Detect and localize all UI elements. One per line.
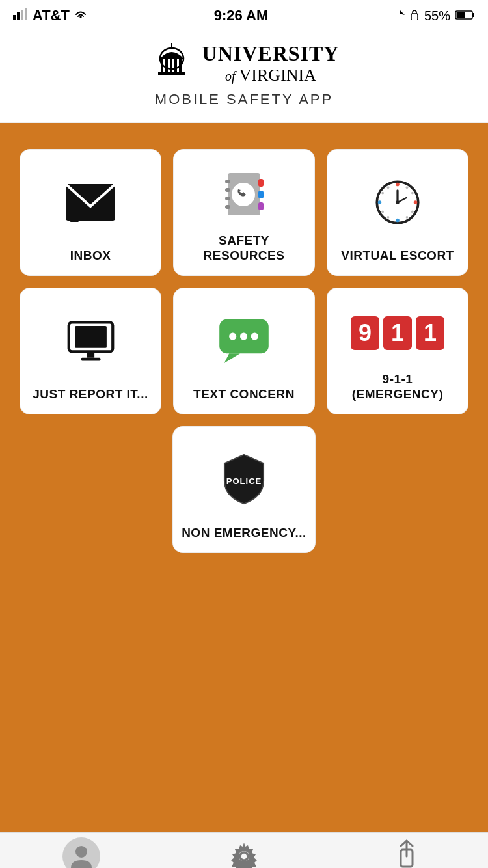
svg-rect-14	[158, 72, 185, 75]
tab-bar: My Account Settings Share	[0, 832, 488, 868]
wifi-icon	[74, 7, 88, 24]
clock-icon	[375, 165, 420, 239]
emergency-label: 9-1-1 (EMERGENCY)	[335, 372, 460, 403]
main-grid-bottom: POLICE NON EMERGENCY...	[20, 426, 468, 553]
status-bar: AT&T 9:26 AM 55%	[0, 0, 488, 29]
chat-bubble-icon	[218, 304, 270, 377]
tab-settings[interactable]: Settings	[163, 837, 325, 869]
svg-rect-0	[13, 15, 16, 20]
svg-rect-1	[17, 12, 20, 20]
svg-point-35	[381, 191, 384, 194]
svg-rect-22	[225, 205, 230, 209]
status-time: 9:26 AM	[214, 7, 269, 24]
svg-rect-7	[456, 12, 465, 18]
non-emergency-label: NON EMERGENCY...	[182, 525, 306, 541]
settings-gear-icon	[225, 837, 263, 869]
svg-point-42	[396, 200, 400, 204]
virtual-escort-button[interactable]: VIRTUAL ESCORT	[327, 149, 468, 276]
emergency-911-icon: 9 1 1	[351, 304, 444, 362]
text-concern-button[interactable]: TEXT CONCERN	[173, 288, 315, 414]
svg-rect-4	[411, 14, 418, 20]
svg-point-30	[378, 200, 382, 204]
svg-rect-20	[225, 188, 230, 192]
tab-my-account[interactable]: My Account	[0, 837, 163, 869]
status-right: 55%	[394, 8, 475, 23]
svg-rect-6	[472, 13, 474, 17]
svg-point-33	[387, 186, 390, 189]
safety-resources-button[interactable]: SAFETY RESOURCES	[173, 149, 315, 276]
svg-rect-44	[75, 326, 107, 348]
main-grid-row1: INBOX	[20, 149, 468, 276]
main-grid-row2: JUST REPORT IT... TEXT CONCERN 9	[20, 288, 468, 414]
phonebook-icon	[221, 165, 267, 224]
svg-point-53	[75, 846, 87, 858]
university-logo-icon	[149, 40, 195, 86]
svg-point-36	[411, 210, 414, 213]
svg-rect-46	[81, 358, 100, 361]
svg-point-39	[387, 216, 390, 219]
inbox-label: INBOX	[70, 248, 111, 264]
svg-marker-17	[66, 221, 80, 222]
svg-rect-19	[225, 180, 230, 183]
app-header: UNIVERSITY of VIRGINIA MOBILE SAFETY APP	[0, 29, 488, 123]
svg-rect-11	[170, 59, 172, 73]
svg-point-34	[411, 191, 414, 194]
safety-resources-label: SAFETY RESOURCES	[182, 233, 306, 264]
signal-icon	[13, 7, 29, 24]
just-report-it-button[interactable]: JUST REPORT IT...	[20, 288, 161, 414]
svg-point-29	[396, 218, 400, 222]
share-icon	[388, 837, 426, 869]
svg-rect-24	[258, 191, 264, 198]
svg-marker-48	[224, 353, 240, 363]
svg-point-49	[229, 332, 236, 340]
non-emergency-button[interactable]: POLICE NON EMERGENCY...	[172, 426, 316, 553]
battery-percent: 55%	[424, 8, 450, 23]
account-avatar-icon	[62, 837, 100, 869]
svg-point-28	[396, 182, 400, 186]
svg-rect-25	[258, 202, 264, 210]
logo-area: UNIVERSITY of VIRGINIA	[13, 40, 475, 86]
svg-rect-13	[179, 59, 182, 73]
logo-text: UNIVERSITY of VIRGINIA	[202, 42, 340, 85]
svg-rect-2	[21, 10, 23, 20]
text-concern-label: TEXT CONCERN	[193, 387, 295, 402]
app-subtitle: MOBILE SAFETY APP	[13, 91, 475, 108]
inbox-button[interactable]: INBOX	[20, 149, 161, 276]
svg-rect-23	[258, 179, 264, 187]
svg-rect-45	[87, 352, 94, 358]
svg-rect-12	[174, 59, 177, 73]
svg-text:POLICE: POLICE	[226, 476, 262, 486]
status-carrier: AT&T	[13, 7, 88, 24]
police-shield-icon: POLICE	[218, 442, 270, 516]
svg-point-51	[251, 332, 258, 340]
monitor-icon	[66, 304, 115, 377]
virtual-escort-label: VIRTUAL ESCORT	[341, 248, 454, 264]
lock-icon	[410, 8, 419, 23]
svg-rect-10	[165, 59, 168, 73]
svg-point-38	[406, 216, 409, 219]
tab-share[interactable]: Share	[325, 837, 488, 869]
svg-point-31	[414, 200, 418, 204]
svg-rect-9	[161, 59, 163, 73]
emergency-button[interactable]: 9 1 1 9-1-1 (EMERGENCY)	[327, 288, 468, 414]
svg-rect-3	[25, 8, 27, 20]
location-icon	[394, 8, 405, 23]
battery-icon	[455, 8, 475, 23]
svg-point-50	[240, 332, 247, 340]
svg-point-37	[381, 210, 384, 213]
just-report-it-label: JUST REPORT IT...	[33, 387, 148, 402]
envelope-icon	[64, 165, 116, 239]
svg-point-32	[406, 186, 409, 189]
svg-rect-21	[225, 197, 230, 200]
main-content: INBOX	[0, 123, 488, 832]
